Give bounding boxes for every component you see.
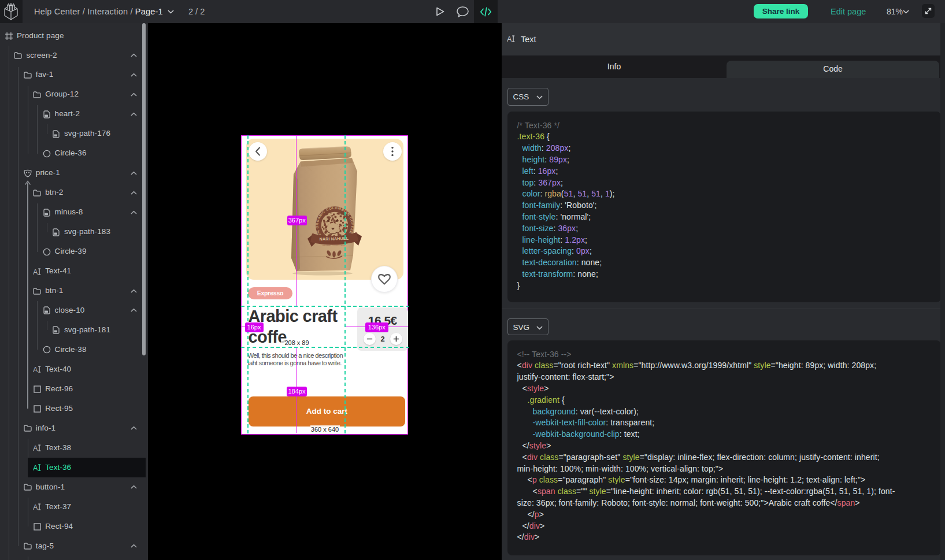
svg-text:A: A <box>33 444 38 453</box>
svg-text:A: A <box>507 35 512 43</box>
svg-text:A: A <box>33 268 38 276</box>
svg-text:A: A <box>33 503 38 511</box>
svg-text:A: A <box>33 464 38 472</box>
svg-text:A: A <box>33 366 38 374</box>
